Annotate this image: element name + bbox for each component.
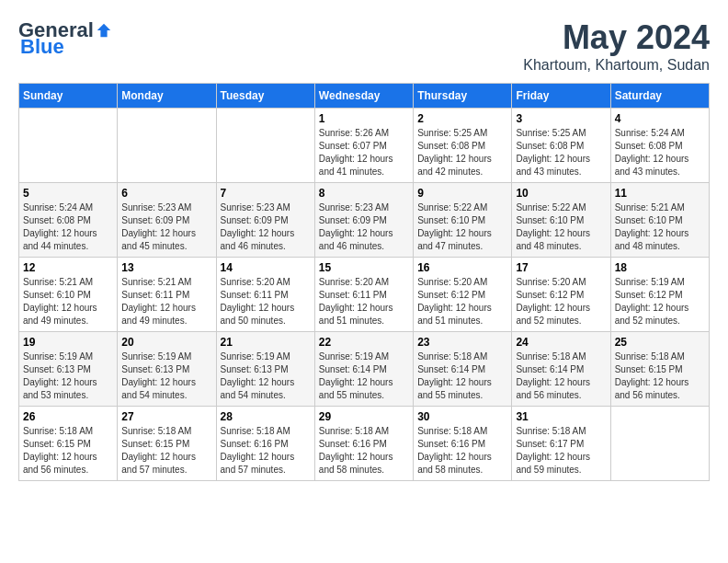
calendar-cell: 15Sunrise: 5:20 AM Sunset: 6:11 PM Dayli… [314,258,413,332]
day-info: Sunrise: 5:23 AM Sunset: 6:09 PM Dayligh… [121,201,211,253]
calendar-cell: 25Sunrise: 5:18 AM Sunset: 6:15 PM Dayli… [610,332,709,407]
day-info: Sunrise: 5:21 AM Sunset: 6:10 PM Dayligh… [23,276,113,327]
calendar-cell [19,109,118,183]
calendar-cell: 8Sunrise: 5:23 AM Sunset: 6:09 PM Daylig… [314,183,413,258]
calendar-cell: 29Sunrise: 5:18 AM Sunset: 6:16 PM Dayli… [314,407,413,481]
day-number: 23 [417,336,507,349]
calendar-cell: 1Sunrise: 5:26 AM Sunset: 6:07 PM Daylig… [314,109,413,183]
day-info: Sunrise: 5:18 AM Sunset: 6:15 PM Dayligh… [121,425,211,477]
calendar-table: SundayMondayTuesdayWednesdayThursdayFrid… [18,83,710,481]
calendar-cell: 9Sunrise: 5:22 AM Sunset: 6:10 PM Daylig… [414,183,512,258]
day-info: Sunrise: 5:19 AM Sunset: 6:13 PM Dayligh… [23,350,113,402]
header-row: SundayMondayTuesdayWednesdayThursdayFrid… [19,84,710,109]
day-number: 24 [516,336,606,349]
day-number: 15 [319,261,409,274]
day-info: Sunrise: 5:21 AM Sunset: 6:10 PM Dayligh… [615,201,705,253]
day-header-saturday: Saturday [610,84,709,109]
calendar-cell: 20Sunrise: 5:19 AM Sunset: 6:13 PM Dayli… [118,332,216,407]
day-info: Sunrise: 5:18 AM Sunset: 6:15 PM Dayligh… [23,425,113,477]
calendar-cell: 30Sunrise: 5:18 AM Sunset: 6:16 PM Dayli… [414,407,512,481]
day-info: Sunrise: 5:20 AM Sunset: 6:12 PM Dayligh… [417,276,507,327]
day-info: Sunrise: 5:18 AM Sunset: 6:15 PM Dayligh… [615,350,705,402]
calendar-cell: 19Sunrise: 5:19 AM Sunset: 6:13 PM Dayli… [19,332,118,407]
day-number: 27 [121,410,211,423]
day-number: 31 [516,410,606,423]
logo: General Blue [18,18,112,59]
day-info: Sunrise: 5:22 AM Sunset: 6:10 PM Dayligh… [417,201,507,253]
svg-marker-0 [97,24,110,37]
calendar-cell: 12Sunrise: 5:21 AM Sunset: 6:10 PM Dayli… [19,258,118,332]
day-number: 16 [417,261,507,274]
calendar-cell: 13Sunrise: 5:21 AM Sunset: 6:11 PM Dayli… [118,258,216,332]
calendar-cell: 21Sunrise: 5:19 AM Sunset: 6:13 PM Dayli… [216,332,314,407]
day-header-sunday: Sunday [19,84,118,109]
day-number: 9 [417,187,507,200]
logo-blue-text: Blue [20,35,64,59]
day-number: 14 [221,261,311,274]
day-info: Sunrise: 5:22 AM Sunset: 6:10 PM Dayligh… [516,201,606,253]
day-info: Sunrise: 5:25 AM Sunset: 6:08 PM Dayligh… [516,127,606,178]
calendar-cell: 4Sunrise: 5:24 AM Sunset: 6:08 PM Daylig… [610,109,709,183]
day-info: Sunrise: 5:18 AM Sunset: 6:14 PM Dayligh… [516,350,606,402]
day-info: Sunrise: 5:19 AM Sunset: 6:13 PM Dayligh… [221,350,311,402]
day-number: 3 [516,112,606,125]
day-info: Sunrise: 5:25 AM Sunset: 6:08 PM Dayligh… [417,127,507,178]
logo-icon [96,22,112,39]
day-info: Sunrise: 5:18 AM Sunset: 6:17 PM Dayligh… [516,425,606,477]
day-number: 6 [121,187,211,200]
calendar-cell: 10Sunrise: 5:22 AM Sunset: 6:10 PM Dayli… [512,183,610,258]
calendar-cell: 24Sunrise: 5:18 AM Sunset: 6:14 PM Dayli… [512,332,610,407]
day-info: Sunrise: 5:26 AM Sunset: 6:07 PM Dayligh… [319,127,409,178]
calendar-cell: 11Sunrise: 5:21 AM Sunset: 6:10 PM Dayli… [610,183,709,258]
calendar-cell: 14Sunrise: 5:20 AM Sunset: 6:11 PM Dayli… [216,258,314,332]
day-number: 19 [23,336,113,349]
page-header: General Blue May 2024 Khartoum, Khartoum… [18,18,710,74]
day-header-thursday: Thursday [414,84,512,109]
calendar-cell: 7Sunrise: 5:23 AM Sunset: 6:09 PM Daylig… [216,183,314,258]
day-number: 17 [516,261,606,274]
day-info: Sunrise: 5:20 AM Sunset: 6:11 PM Dayligh… [221,276,311,327]
calendar-cell: 18Sunrise: 5:19 AM Sunset: 6:12 PM Dayli… [610,258,709,332]
day-number: 8 [319,187,409,200]
day-info: Sunrise: 5:20 AM Sunset: 6:12 PM Dayligh… [516,276,606,327]
calendar-cell: 3Sunrise: 5:25 AM Sunset: 6:08 PM Daylig… [512,109,610,183]
day-info: Sunrise: 5:23 AM Sunset: 6:09 PM Dayligh… [319,201,409,253]
day-number: 18 [615,261,705,274]
day-number: 21 [221,336,311,349]
calendar-cell [118,109,216,183]
calendar-week-4: 19Sunrise: 5:19 AM Sunset: 6:13 PM Dayli… [19,332,710,407]
month-title: May 2024 [523,18,710,57]
day-header-wednesday: Wednesday [314,84,413,109]
day-number: 12 [23,261,113,274]
day-number: 22 [319,336,409,349]
day-header-tuesday: Tuesday [216,84,314,109]
calendar-cell: 6Sunrise: 5:23 AM Sunset: 6:09 PM Daylig… [118,183,216,258]
day-number: 29 [319,410,409,423]
calendar-cell: 22Sunrise: 5:19 AM Sunset: 6:14 PM Dayli… [314,332,413,407]
calendar-cell: 17Sunrise: 5:20 AM Sunset: 6:12 PM Dayli… [512,258,610,332]
day-info: Sunrise: 5:19 AM Sunset: 6:14 PM Dayligh… [319,350,409,402]
calendar-cell: 26Sunrise: 5:18 AM Sunset: 6:15 PM Dayli… [19,407,118,481]
title-block: May 2024 Khartoum, Khartoum, Sudan [523,18,710,74]
day-info: Sunrise: 5:19 AM Sunset: 6:12 PM Dayligh… [615,276,705,327]
day-info: Sunrise: 5:23 AM Sunset: 6:09 PM Dayligh… [221,201,311,253]
calendar-cell: 5Sunrise: 5:24 AM Sunset: 6:08 PM Daylig… [19,183,118,258]
day-number: 30 [417,410,507,423]
day-number: 10 [516,187,606,200]
day-number: 26 [23,410,113,423]
day-header-monday: Monday [118,84,216,109]
calendar-cell: 28Sunrise: 5:18 AM Sunset: 6:16 PM Dayli… [216,407,314,481]
calendar-week-5: 26Sunrise: 5:18 AM Sunset: 6:15 PM Dayli… [19,407,710,481]
day-info: Sunrise: 5:18 AM Sunset: 6:16 PM Dayligh… [417,425,507,477]
day-number: 1 [319,112,409,125]
day-info: Sunrise: 5:18 AM Sunset: 6:16 PM Dayligh… [221,425,311,477]
calendar-week-2: 5Sunrise: 5:24 AM Sunset: 6:08 PM Daylig… [19,183,710,258]
day-number: 13 [121,261,211,274]
day-info: Sunrise: 5:18 AM Sunset: 6:16 PM Dayligh… [319,425,409,477]
day-number: 20 [121,336,211,349]
day-number: 11 [615,187,705,200]
day-info: Sunrise: 5:18 AM Sunset: 6:14 PM Dayligh… [417,350,507,402]
calendar-cell: 16Sunrise: 5:20 AM Sunset: 6:12 PM Dayli… [414,258,512,332]
day-info: Sunrise: 5:19 AM Sunset: 6:13 PM Dayligh… [121,350,211,402]
day-number: 5 [23,187,113,200]
